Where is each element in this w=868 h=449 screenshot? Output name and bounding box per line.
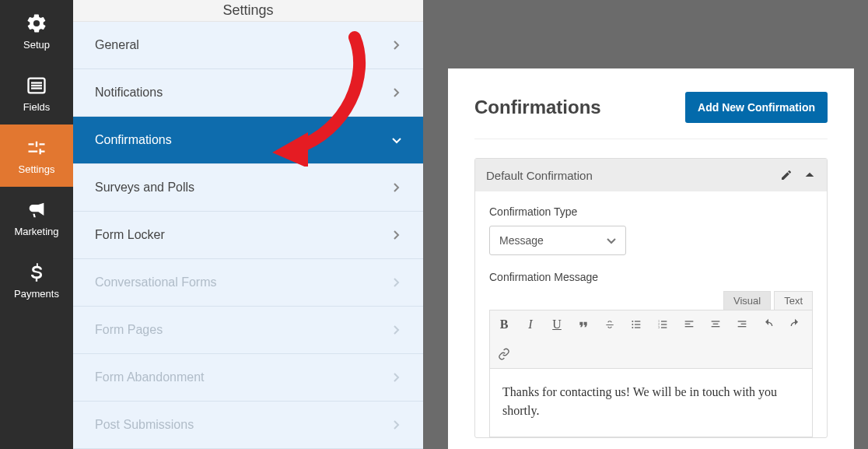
chevron-right-icon: [392, 183, 401, 192]
main-nav: Setup Fields Settings Marketing Payments: [0, 0, 73, 449]
add-new-confirmation-button[interactable]: Add New Confirmation: [685, 92, 828, 123]
bullhorn-icon: [26, 199, 47, 221]
nav-settings[interactable]: Settings: [0, 125, 73, 187]
settings-row-abandonment[interactable]: Form Abandonment: [73, 354, 423, 402]
svg-point-5: [632, 321, 633, 322]
settings-row-surveys[interactable]: Surveys and Polls: [73, 164, 423, 212]
svg-rect-24: [741, 324, 747, 324]
settings-list: General Notifications Confirmations Surv…: [73, 22, 423, 449]
chevron-right-icon: [392, 40, 401, 50]
settings-row-confirmations[interactable]: Confirmations: [73, 117, 423, 164]
editor-content[interactable]: Thanks for contacting us! We will be in …: [489, 369, 813, 437]
collapse-icon[interactable]: [803, 169, 816, 181]
nav-label: Setup: [23, 39, 50, 51]
svg-rect-19: [685, 326, 694, 327]
row-label: Form Pages: [95, 323, 163, 337]
svg-rect-22: [712, 326, 720, 327]
editor-toolbar: B I U 123: [489, 310, 813, 369]
ol-button[interactable]: 123: [655, 315, 670, 334]
panel-backdrop: Confirmations Add New Confirmation Defau…: [423, 0, 868, 449]
svg-rect-20: [712, 321, 720, 321]
confirmations-panel: Confirmations Add New Confirmation Defau…: [448, 68, 854, 449]
settings-header: Settings: [73, 0, 423, 22]
sliders-icon: [26, 137, 47, 159]
nav-fields[interactable]: Fields: [0, 62, 73, 125]
editor-tab-text[interactable]: Text: [774, 291, 813, 310]
underline-button[interactable]: U: [549, 315, 565, 334]
confirmation-box-header: Default Confirmation: [475, 159, 827, 191]
settings-row-formlocker[interactable]: Form Locker: [73, 212, 423, 259]
row-label: Form Locker: [95, 228, 165, 242]
nav-payments[interactable]: Payments: [0, 249, 73, 311]
row-label: Post Submissions: [95, 418, 194, 432]
svg-point-6: [632, 324, 633, 325]
settings-row-postsubmissions[interactable]: Post Submissions: [73, 402, 423, 449]
settings-row-conversational[interactable]: Conversational Forms: [73, 259, 423, 307]
svg-rect-17: [685, 321, 694, 321]
settings-row-formpages[interactable]: Form Pages: [73, 307, 423, 354]
italic-button[interactable]: I: [523, 315, 538, 334]
redo-button[interactable]: [787, 315, 803, 334]
nav-label: Payments: [14, 288, 59, 300]
align-right-button[interactable]: [734, 315, 750, 334]
svg-rect-11: [661, 321, 667, 321]
list-icon: [26, 75, 47, 96]
settings-title: Settings: [222, 2, 273, 19]
select-value: Message: [499, 234, 544, 247]
svg-rect-21: [713, 324, 719, 324]
row-label: General: [95, 38, 139, 52]
link-button[interactable]: [496, 345, 512, 363]
chevron-right-icon: [392, 278, 401, 287]
nav-setup[interactable]: Setup: [0, 0, 73, 62]
nav-label: Fields: [23, 101, 51, 113]
row-label: Form Abandonment: [95, 370, 205, 384]
strike-button[interactable]: [602, 315, 618, 334]
row-label: Surveys and Polls: [95, 181, 194, 195]
svg-rect-13: [661, 327, 667, 328]
svg-rect-18: [685, 324, 691, 324]
nav-label: Settings: [19, 163, 55, 175]
svg-rect-12: [661, 324, 667, 324]
undo-button[interactable]: [761, 315, 776, 334]
row-label: Confirmations: [95, 133, 172, 147]
svg-rect-25: [738, 326, 747, 327]
settings-row-notifications[interactable]: Notifications: [73, 69, 423, 117]
panel-title: Confirmations: [474, 96, 601, 118]
edit-icon[interactable]: [780, 169, 793, 181]
svg-rect-9: [635, 324, 640, 324]
nav-marketing[interactable]: Marketing: [0, 187, 73, 249]
svg-rect-23: [738, 321, 747, 321]
confirmation-box: Default Confirmation Confirmation Type M…: [474, 158, 828, 438]
chevron-down-icon: [392, 135, 401, 145]
editor-wrap: Visual Text B I U 123: [489, 291, 813, 437]
align-center-button[interactable]: [708, 315, 723, 334]
svg-text:3: 3: [658, 325, 660, 329]
chevron-right-icon: [392, 420, 401, 430]
chevron-right-icon: [392, 373, 401, 382]
nav-label: Marketing: [14, 226, 58, 237]
confirmation-message-label: Confirmation Message: [489, 271, 813, 283]
row-label: Conversational Forms: [95, 275, 217, 289]
row-label: Notifications: [95, 86, 163, 100]
dollar-icon: [26, 261, 47, 283]
ul-button[interactable]: [628, 315, 644, 334]
chevron-right-icon: [392, 88, 401, 97]
svg-rect-8: [635, 321, 640, 321]
chevron-right-icon: [392, 325, 401, 335]
confirmation-type-label: Confirmation Type: [489, 205, 813, 218]
confirmation-name: Default Confirmation: [486, 169, 593, 182]
gear-icon: [26, 12, 47, 34]
svg-rect-10: [635, 327, 640, 328]
svg-point-7: [632, 327, 633, 328]
confirmation-type-select[interactable]: Message: [489, 226, 626, 255]
quote-button[interactable]: [576, 315, 591, 334]
settings-row-general[interactable]: General: [73, 22, 423, 69]
chevron-down-icon: [607, 236, 616, 245]
bold-button[interactable]: B: [496, 315, 512, 334]
chevron-right-icon: [392, 230, 401, 240]
align-left-button[interactable]: [681, 315, 697, 334]
editor-tab-visual[interactable]: Visual: [723, 291, 771, 310]
